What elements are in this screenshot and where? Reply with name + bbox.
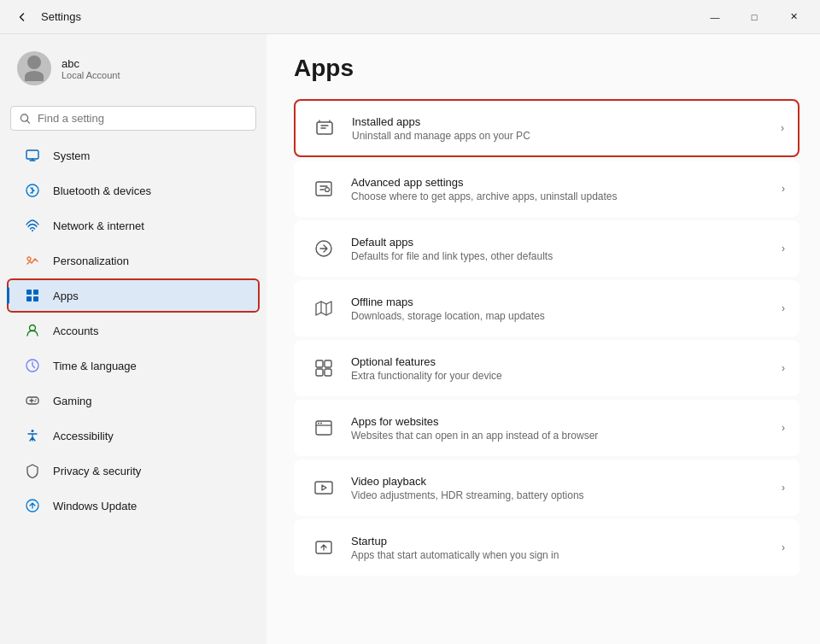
default-apps-chevron: › — [782, 243, 785, 255]
sidebar-item-windows-update[interactable]: Windows Update — [7, 489, 260, 523]
sidebar-item-label-windows-update: Windows Update — [53, 500, 137, 512]
optional-features-chevron: › — [782, 362, 785, 374]
advanced-app-settings-icon — [308, 173, 339, 204]
installed-apps-text: Installed apps Uninstall and manage apps… — [352, 115, 774, 142]
windows-update-icon — [24, 497, 41, 514]
default-apps-text: Default apps Defaults for file and link … — [351, 236, 775, 262]
titlebar: Settings — □ ✕ — [0, 0, 820, 34]
sidebar-item-gaming[interactable]: Gaming — [7, 383, 260, 418]
sidebar-item-time[interactable]: Time & language — [7, 348, 260, 383]
sidebar-item-system[interactable]: System — [7, 138, 260, 173]
svg-point-12 — [35, 399, 37, 401]
video-playback-chevron: › — [782, 482, 785, 494]
sidebar-item-label-gaming: Gaming — [53, 395, 92, 407]
video-playback-title: Video playback — [351, 475, 775, 488]
svg-rect-8 — [33, 296, 38, 302]
minimize-button[interactable]: — — [695, 3, 735, 31]
startup-icon — [308, 532, 339, 563]
apps-for-websites-icon — [308, 413, 339, 443]
sidebar-item-personalization[interactable]: Personalization — [7, 243, 260, 278]
setting-item-advanced-app-settings[interactable]: Advanced app settings Choose where to ge… — [294, 161, 800, 217]
user-account-type: Local Account — [62, 70, 120, 80]
apps-for-websites-text: Apps for websites Websites that can open… — [351, 415, 775, 442]
sidebar-item-label-privacy: Privacy & security — [53, 465, 141, 477]
optional-features-title: Optional features — [351, 355, 775, 368]
apps-for-websites-desc: Websites that can open in an app instead… — [351, 430, 775, 442]
offline-maps-icon — [308, 293, 339, 324]
sidebar-item-label-accessibility: Accessibility — [53, 430, 114, 442]
advanced-app-settings-chevron: › — [782, 183, 785, 195]
offline-maps-chevron: › — [782, 302, 785, 314]
setting-item-startup[interactable]: Startup Apps that start automatically wh… — [294, 519, 800, 576]
user-name: abc — [62, 57, 120, 70]
network-icon — [24, 217, 41, 234]
setting-item-default-apps[interactable]: Default apps Defaults for file and link … — [294, 220, 800, 277]
time-icon — [24, 357, 41, 374]
installed-apps-desc: Uninstall and manage apps on your PC — [352, 130, 774, 142]
sidebar-item-network[interactable]: Network & internet — [7, 208, 260, 243]
startup-chevron: › — [782, 542, 785, 553]
accessibility-icon — [24, 427, 41, 444]
installed-apps-chevron: › — [781, 122, 784, 134]
page-title: Apps — [294, 55, 800, 82]
optional-features-icon — [308, 353, 339, 383]
svg-rect-5 — [26, 290, 32, 295]
gaming-icon — [24, 392, 41, 409]
close-button[interactable]: ✕ — [774, 3, 813, 31]
privacy-icon — [24, 462, 41, 479]
svg-point-25 — [318, 423, 319, 424]
back-button[interactable] — [10, 5, 34, 29]
setting-item-apps-for-websites[interactable]: Apps for websites Websites that can open… — [294, 400, 800, 456]
avatar — [17, 51, 51, 85]
bluetooth-icon — [24, 182, 41, 199]
maximize-button[interactable]: □ — [735, 3, 774, 31]
setting-item-installed-apps[interactable]: Installed apps Uninstall and manage apps… — [294, 99, 800, 157]
advanced-app-settings-text: Advanced app settings Choose where to ge… — [351, 176, 775, 202]
setting-item-video-playback[interactable]: Video playback Video adjustments, HDR st… — [294, 460, 800, 516]
svg-rect-23 — [325, 369, 331, 376]
default-apps-desc: Defaults for file and link types, other … — [351, 250, 775, 262]
optional-features-desc: Extra functionality for your device — [351, 370, 775, 382]
advanced-app-settings-desc: Choose where to get apps, archive apps, … — [351, 190, 775, 202]
sidebar-item-label-apps: Apps — [53, 290, 79, 302]
sidebar-item-apps[interactable]: Apps — [7, 278, 260, 313]
startup-title: Startup — [351, 535, 775, 547]
user-profile[interactable]: abc Local Account — [0, 34, 266, 99]
search-icon — [20, 113, 31, 125]
setting-item-offline-maps[interactable]: Offline maps Downloads, storage location… — [294, 280, 800, 337]
svg-rect-22 — [316, 369, 323, 376]
video-playback-text: Video playback Video adjustments, HDR st… — [351, 475, 775, 501]
sidebar-item-bluetooth[interactable]: Bluetooth & devices — [7, 173, 260, 208]
sidebar-nav: System Bluetooth & devices — [0, 138, 266, 524]
svg-rect-21 — [325, 360, 331, 367]
window-title: Settings — [41, 10, 81, 23]
sidebar-item-label-network: Network & internet — [53, 220, 144, 232]
offline-maps-desc: Downloads, storage location, map updates — [351, 310, 775, 322]
installed-apps-title: Installed apps — [352, 115, 774, 128]
installed-apps-icon — [309, 113, 340, 143]
setting-item-optional-features[interactable]: Optional features Extra functionality fo… — [294, 340, 800, 396]
content-area: Apps Installed apps Uninstall and manage… — [266, 34, 820, 644]
advanced-app-settings-title: Advanced app settings — [351, 176, 775, 189]
sidebar-item-privacy[interactable]: Privacy & security — [7, 454, 260, 488]
search-box[interactable] — [10, 106, 256, 131]
search-input[interactable] — [38, 112, 247, 125]
accounts-icon — [24, 322, 41, 339]
main-container: abc Local Account — [0, 34, 820, 644]
sidebar: abc Local Account — [0, 34, 266, 644]
apps-icon — [24, 287, 41, 304]
svg-rect-27 — [315, 482, 332, 494]
default-apps-title: Default apps — [351, 236, 775, 249]
svg-rect-1 — [26, 150, 38, 159]
optional-features-text: Optional features Extra functionality fo… — [351, 355, 775, 382]
sidebar-item-accounts[interactable]: Accounts — [7, 313, 260, 348]
svg-rect-6 — [33, 290, 38, 295]
user-info: abc Local Account — [62, 57, 120, 80]
apps-for-websites-title: Apps for websites — [351, 415, 775, 428]
svg-point-3 — [32, 230, 33, 231]
sidebar-item-label-system: System — [53, 149, 90, 162]
default-apps-icon — [308, 233, 339, 264]
svg-rect-7 — [26, 296, 32, 302]
sidebar-item-label-accounts: Accounts — [53, 325, 98, 337]
sidebar-item-accessibility[interactable]: Accessibility — [7, 419, 260, 453]
